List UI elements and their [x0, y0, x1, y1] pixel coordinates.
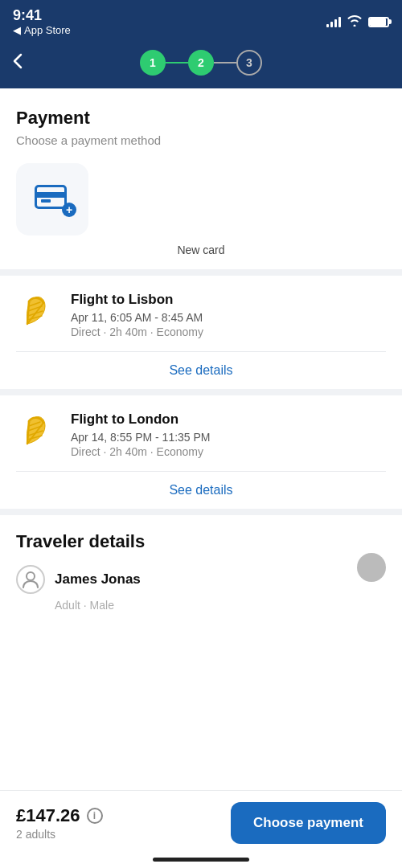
info-icon[interactable]: i: [87, 808, 103, 824]
step-1: 1: [140, 50, 166, 76]
status-icons: [326, 15, 389, 29]
flight-details-2: Direct · 2h 40m · Economy: [71, 445, 386, 458]
price-amount: £147.26: [16, 805, 80, 826]
divider-2: [0, 389, 402, 395]
traveler-subtext: Adult · Male: [55, 599, 386, 612]
see-details-row-2: See details: [16, 471, 386, 509]
bottom-bar: £147.26 i 2 adults Choose payment: [0, 790, 402, 868]
flight-info-1: Flight to Lisbon Apr 11, 6:05 AM - 8:45 …: [71, 292, 386, 338]
step-line-1: [166, 62, 188, 63]
status-left: 9:41 ◀ App Store: [13, 7, 71, 37]
price-row: £147.26 i: [16, 805, 103, 826]
app-store-label: App Store: [24, 24, 71, 36]
new-card-label: New card: [16, 244, 386, 256]
divider-1: [0, 269, 402, 276]
step-3: 3: [236, 50, 262, 76]
traveler-title: Traveler details: [16, 531, 386, 552]
price-block: £147.26 i 2 adults: [16, 805, 103, 841]
home-indicator: [153, 858, 249, 862]
price-adults: 2 adults: [16, 828, 103, 841]
step-indicator: 1 2 3: [140, 50, 262, 76]
traveler-avatar: [16, 565, 45, 594]
back-button[interactable]: [13, 53, 23, 73]
scroll-indicator: [357, 553, 386, 582]
main-content: Payment Choose a payment method + New ca…: [0, 88, 402, 716]
step-2: 2: [188, 50, 214, 76]
svg-point-8: [27, 572, 35, 580]
see-details-link-2[interactable]: See details: [169, 483, 232, 497]
step-line-2: [214, 62, 236, 63]
card-shape: [35, 185, 67, 209]
status-time: 9:41: [13, 7, 71, 25]
flight-row-1: Flight to Lisbon Apr 11, 6:05 AM - 8:45 …: [16, 276, 386, 351]
airline-logo-2: [16, 411, 58, 453]
airline-logo-1: [16, 292, 58, 334]
battery-icon: [368, 17, 389, 27]
traveler-row: James Jonas: [16, 565, 386, 594]
flight-info-2: Flight to London Apr 14, 8:55 PM - 11:35…: [71, 411, 386, 458]
nav-bar: 1 2 3: [0, 42, 402, 88]
flight-row-2: Flight to London Apr 14, 8:55 PM - 11:35…: [16, 395, 386, 471]
payment-subtitle: Choose a payment method: [16, 133, 386, 147]
wifi-icon: [347, 15, 362, 29]
status-bar: 9:41 ◀ App Store: [0, 0, 402, 42]
payment-title: Payment: [16, 108, 386, 129]
plus-icon: +: [62, 203, 76, 217]
divider-3: [0, 509, 402, 515]
status-store: ◀ App Store: [13, 24, 71, 36]
flight-section-1: Flight to Lisbon Apr 11, 6:05 AM - 8:45 …: [0, 276, 402, 389]
flight-destination-1: Flight to Lisbon: [71, 292, 386, 308]
choose-payment-button[interactable]: Choose payment: [231, 802, 386, 844]
see-details-row-1: See details: [16, 351, 386, 389]
traveler-name: James Jonas: [55, 571, 141, 588]
flight-section-2: Flight to London Apr 14, 8:55 PM - 11:35…: [0, 395, 402, 509]
flight-destination-2: Flight to London: [71, 411, 386, 428]
new-card-button[interactable]: +: [16, 163, 88, 235]
signal-icon: [326, 16, 341, 27]
flight-time-1: Apr 11, 6:05 AM - 8:45 AM: [71, 311, 386, 324]
flight-details-1: Direct · 2h 40m · Economy: [71, 326, 386, 338]
payment-section: Payment Choose a payment method + New ca…: [0, 88, 402, 269]
flight-time-2: Apr 14, 8:55 PM - 11:35 PM: [71, 431, 386, 444]
traveler-section: Traveler details James Jonas Adult · Mal…: [0, 515, 402, 620]
back-arrow-icon: ◀: [13, 24, 21, 36]
new-card-icon: +: [35, 185, 70, 214]
see-details-link-1[interactable]: See details: [169, 363, 232, 377]
